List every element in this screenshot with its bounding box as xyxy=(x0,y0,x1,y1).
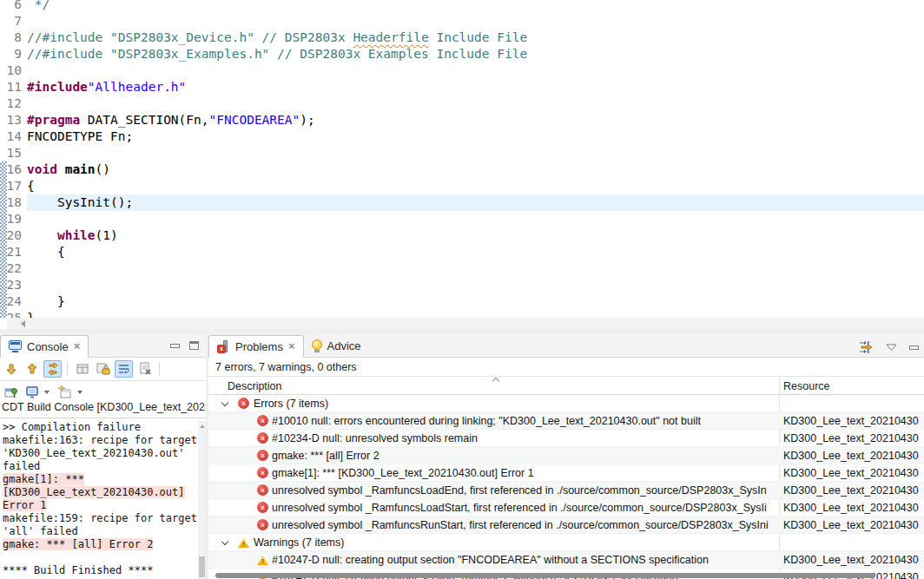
console-line[interactable]: >> Compilation failure xyxy=(0,421,197,434)
editor-horizontal-scrollbar[interactable] xyxy=(7,318,924,329)
problems-group-row[interactable]: Warnings (7 items) xyxy=(208,534,924,551)
code-text[interactable]: SysInit(); xyxy=(27,194,924,211)
editor-line-16[interactable]: 16void main() xyxy=(0,161,924,178)
line-number[interactable]: 9 xyxy=(0,46,27,63)
code-text[interactable] xyxy=(27,211,924,227)
code-text[interactable]: FNCODETYPE Fn; xyxy=(27,128,924,145)
code-text[interactable] xyxy=(27,277,924,293)
display-console-dropdown-icon[interactable] xyxy=(44,391,50,394)
editor-line-17[interactable]: 17{ xyxy=(0,178,924,194)
code-text[interactable]: */ xyxy=(27,0,924,13)
code-text[interactable]: { xyxy=(27,244,924,260)
editor-line-9[interactable]: 9//#include "DSP2803x_Examples.h" // DSP… xyxy=(0,46,924,63)
tab-console[interactable]: Console xyxy=(0,335,89,358)
code-text[interactable]: } xyxy=(27,293,924,310)
console-line[interactable]: makefile:163: recipe for target xyxy=(0,434,197,447)
code-text[interactable]: void main() xyxy=(27,161,924,178)
tab-advice[interactable]: Advice xyxy=(304,334,369,357)
tab-problems[interactable]: Problems xyxy=(208,335,304,358)
editor-line-22[interactable]: 22 xyxy=(0,260,924,277)
code-text[interactable]: #include"Allheader.h" xyxy=(27,79,924,95)
console-line[interactable]: gmake[1]: *** xyxy=(0,473,197,486)
code-text[interactable]: while(1) xyxy=(27,227,924,244)
problem-row[interactable]: #10234-D null: unresolved symbols remain… xyxy=(208,430,924,447)
console-line[interactable] xyxy=(0,551,197,564)
chevron-down-icon[interactable] xyxy=(221,538,228,545)
code-text[interactable]: //#include "DSP2803x_Device.h" // DSP280… xyxy=(27,30,924,46)
close-icon[interactable] xyxy=(74,342,81,351)
display-selected-console-button[interactable] xyxy=(23,384,41,401)
column-header-description[interactable]: Description xyxy=(228,380,282,392)
code-text[interactable] xyxy=(27,95,924,112)
console-line[interactable]: 'KD300_Lee_text_20210430.out' xyxy=(0,447,197,460)
scroll-up-arrow-icon[interactable] xyxy=(200,424,205,428)
open-console-button[interactable] xyxy=(56,384,74,401)
code-text[interactable] xyxy=(27,145,924,161)
problems-horizontal-scrollbar-thumb[interactable] xyxy=(215,573,875,578)
editor-line-19[interactable]: 19 xyxy=(0,211,924,227)
editor-line-6[interactable]: 6 */ xyxy=(0,0,924,13)
minimize-icon[interactable] xyxy=(909,345,919,350)
line-number[interactable]: 12 xyxy=(0,95,27,112)
editor-line-20[interactable]: 20 while(1) xyxy=(0,227,924,244)
line-number[interactable]: 6 xyxy=(0,0,27,13)
problem-row[interactable]: unresolved symbol _RamfuncsLoadStart, fi… xyxy=(208,499,924,516)
console-line[interactable]: **** Build Finished **** xyxy=(0,564,197,577)
editor-line-13[interactable]: 13#pragma DATA_SECTION(Fn,"FNCODEAREA"); xyxy=(0,112,924,128)
editor-line-15[interactable]: 15 xyxy=(0,145,924,161)
console-line[interactable]: [KD300_Lee_text_20210430.out] xyxy=(0,486,197,499)
minimize-icon[interactable] xyxy=(170,344,180,348)
editor-lines[interactable]: 6 */78//#include "DSP2803x_Device.h" // … xyxy=(0,0,924,326)
editor-line-14[interactable]: 14FNCODETYPE Fn; xyxy=(0,128,924,145)
console-vertical-scrollbar[interactable] xyxy=(198,421,206,579)
maximize-icon[interactable] xyxy=(189,341,199,350)
editor-line-21[interactable]: 21 { xyxy=(0,244,924,260)
filter-icon[interactable] xyxy=(859,340,874,354)
line-number[interactable]: 7 xyxy=(0,13,27,30)
problem-row[interactable]: gmake[1]: *** [KD300_Lee_text_20210430.o… xyxy=(208,464,924,482)
console-line[interactable]: gmake: *** [all] Error 2 xyxy=(0,538,197,551)
editor-line-11[interactable]: 11#include"Allheader.h" xyxy=(0,79,924,95)
editor-line-10[interactable]: 10 xyxy=(0,63,924,79)
scroll-lock-button[interactable] xyxy=(94,360,112,378)
problem-row[interactable]: unresolved symbol _RamfuncsLoadEnd, firs… xyxy=(208,482,924,499)
problem-row[interactable]: gmake: *** [all] Error 2KD300_Lee_text_2… xyxy=(208,447,924,464)
show-error-in-editor-button[interactable] xyxy=(43,360,62,378)
chevron-down-icon[interactable] xyxy=(221,399,228,406)
editor-line-7[interactable]: 7 xyxy=(0,13,924,30)
problem-row[interactable]: #10010 null: errors encountered during l… xyxy=(208,412,924,430)
code-text[interactable]: //#include "DSP2803x_Examples.h" // DSP2… xyxy=(27,46,924,63)
open-console-dropdown-icon[interactable] xyxy=(77,391,82,394)
console-scrollbar-thumb[interactable] xyxy=(199,556,205,577)
editor-line-24[interactable]: 24 } xyxy=(0,293,924,310)
code-text[interactable] xyxy=(27,260,924,277)
code-text[interactable]: { xyxy=(27,178,924,194)
pin-console-button[interactable] xyxy=(2,384,20,401)
code-text[interactable] xyxy=(27,63,924,79)
word-wrap-button[interactable] xyxy=(115,360,133,378)
code-text[interactable]: #pragma DATA_SECTION(Fn,"FNCODEAREA"); xyxy=(27,112,924,128)
code-text[interactable] xyxy=(27,13,924,30)
scroll-left-arrow-icon[interactable] xyxy=(21,320,25,327)
problems-group-row[interactable]: Errors (7 items) xyxy=(208,395,924,412)
clear-console-button[interactable] xyxy=(135,360,154,378)
console-line[interactable]: Error 1 xyxy=(0,499,197,512)
editor-line-8[interactable]: 8//#include "DSP2803x_Device.h" // DSP28… xyxy=(0,30,924,46)
console-output[interactable]: >> Compilation failuremakefile:163: reci… xyxy=(0,421,197,579)
line-number[interactable]: 14 xyxy=(0,128,27,145)
line-number[interactable]: 15 xyxy=(0,145,27,161)
line-number[interactable]: 13 xyxy=(0,112,27,128)
problems-table[interactable]: Errors (7 items)#10010 null: errors enco… xyxy=(208,395,924,579)
problem-row[interactable]: unresolved symbol _RamfuncsRunStart, fir… xyxy=(208,516,924,534)
editor-line-18[interactable]: 18 SysInit(); xyxy=(0,194,924,211)
console-line[interactable]: makefile:159: recipe for target xyxy=(0,512,197,525)
problem-row[interactable]: #10247-D null: creating output section "… xyxy=(208,551,924,569)
next-error-button[interactable] xyxy=(2,360,20,378)
editor-line-12[interactable]: 12 xyxy=(0,95,924,112)
console-line[interactable]: 'all' failed xyxy=(0,525,197,538)
line-number[interactable]: 8 xyxy=(0,30,27,46)
view-menu-icon[interactable] xyxy=(886,344,897,352)
line-number[interactable]: 10 xyxy=(0,63,27,79)
copy-build-log-button[interactable] xyxy=(73,360,91,378)
line-number[interactable]: 11 xyxy=(0,79,27,95)
